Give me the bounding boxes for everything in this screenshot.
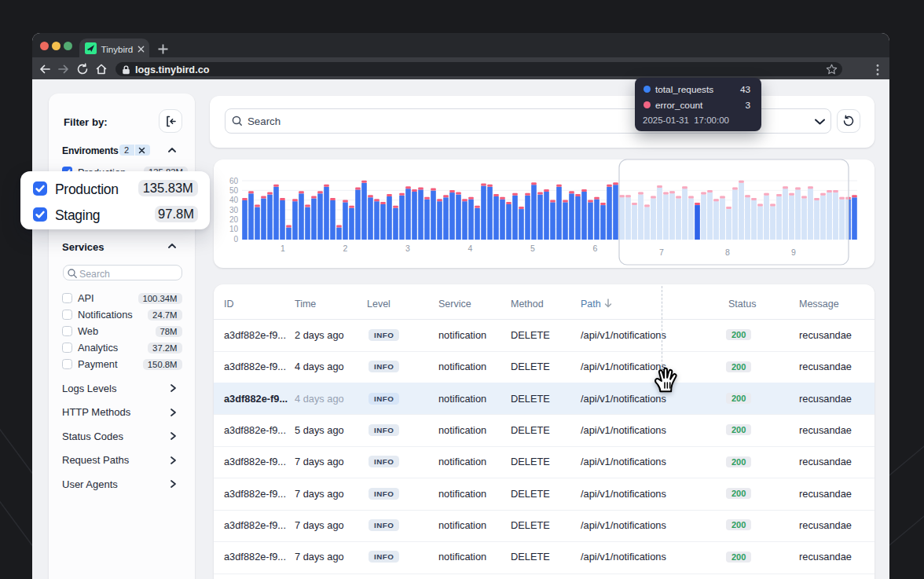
svg-text:60: 60	[229, 177, 239, 185]
svg-text:50: 50	[229, 186, 239, 195]
svg-text:4: 4	[468, 244, 473, 253]
svg-text:3: 3	[405, 244, 410, 253]
svg-text:7: 7	[659, 247, 664, 257]
svg-text:2: 2	[343, 244, 348, 253]
svg-text:10: 10	[229, 225, 239, 233]
svg-text:6: 6	[593, 244, 598, 253]
svg-text:40: 40	[229, 196, 239, 204]
svg-text:0: 0	[233, 235, 238, 244]
svg-text:9: 9	[791, 247, 796, 257]
svg-text:30: 30	[229, 206, 239, 214]
svg-text:8: 8	[725, 247, 730, 257]
svg-text:5: 5	[530, 244, 535, 253]
svg-text:20: 20	[229, 215, 239, 224]
svg-text:1: 1	[280, 244, 285, 253]
